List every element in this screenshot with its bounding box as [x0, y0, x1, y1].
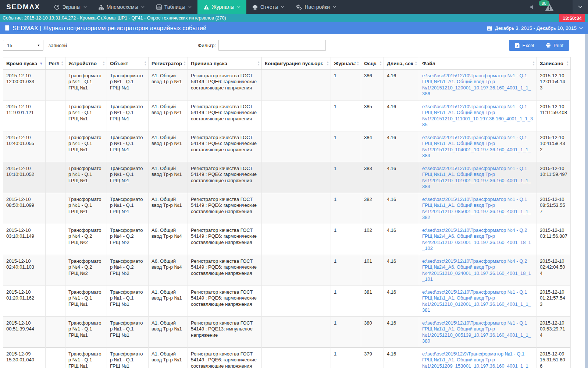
column-header[interactable]: Регистратор▲▼: [149, 57, 188, 70]
filter-input[interactable]: [218, 40, 326, 51]
cell-device: Трансформатор №1 - Q.1 ГРЩ №1: [65, 348, 107, 368]
cell-osc-number: 101: [361, 255, 384, 286]
cell-file: e:\sed\osc\2015\12\10\Трансформатор №1 -…: [419, 286, 537, 317]
column-header[interactable]: Устройство▲▼: [65, 57, 107, 70]
cell-length-sec: 4.16: [384, 224, 419, 255]
nav-item-label: Настройки: [304, 4, 330, 10]
nav-item-mnemoschemes[interactable]: Мнемосхемы: [93, 0, 150, 14]
table-row[interactable]: 2015-12-10 00:51:39.944 Трансформатор №1…: [3, 317, 571, 348]
print-button-label: Print: [553, 43, 563, 48]
chevron-down-icon: [578, 6, 582, 8]
cell-start-config: [262, 193, 331, 224]
cell-start-config: [262, 286, 331, 317]
print-button[interactable]: Print: [540, 40, 569, 51]
cell-object: Трансформатор №1 - Q.1 ГРЩ №1: [107, 131, 149, 162]
oscillogram-file-link[interactable]: e:\sed\osc\2015\12\10\Трансформатор №1 -…: [422, 289, 531, 313]
cell-start-reason: Регистратор качества ГОСТ 54149 : PQE6: …: [188, 100, 262, 131]
column-header[interactable]: Причина пуска▲▼: [188, 57, 262, 70]
sort-icon: ▲▼: [357, 61, 359, 66]
cell-object: Трансформатор №4 - Q.2 ГРЩ №2: [107, 224, 149, 255]
select-arrow-icon: ▼: [37, 44, 40, 47]
cell-device: Трансформатор №4 - Q.2 ГРЩ №2: [65, 255, 107, 286]
excel-button[interactable]: Excel: [509, 40, 540, 51]
dashboard-icon: [54, 4, 60, 10]
cell-journal-number: 1: [331, 100, 361, 131]
cell-object: Трансформатор №1 - Q.1 ГРЩ №1: [107, 286, 149, 317]
table-row[interactable]: 2015-12-10 03:10:01.149 Трансформатор №4…: [3, 224, 571, 255]
cell-device: Трансформатор №1 - Q.1 ГРЩ №1: [65, 286, 107, 317]
oscillogram-file-link[interactable]: e:\sed\osc\2015\12\10\Трансформатор №4 -…: [422, 258, 531, 282]
column-header[interactable]: Осц#▲▼: [361, 57, 384, 70]
cell-reg-number: [46, 100, 65, 131]
oscillogram-file-link[interactable]: e:\sed\osc\2015\12\10\Трансформатор №4 -…: [422, 227, 531, 251]
nav-item-screens[interactable]: Экраны: [48, 0, 93, 14]
cell-file: e:\sed\osc\2015\12\10\Трансформатор №1 -…: [419, 317, 537, 348]
cell-reg-number: [46, 255, 65, 286]
cell-registrar: А1. Общий ввод Тр-р №1: [149, 131, 188, 162]
oscillogram-file-link[interactable]: e:\sed\osc\2015\12\10\Трансформатор №1 -…: [422, 197, 531, 220]
column-header[interactable]: Рег#▲▼: [46, 57, 65, 70]
cell-object: Трансформатор №1 - Q.1 ГРЩ №1: [107, 317, 149, 348]
cell-start-time: 2015-12-10 01:20:01.162: [3, 286, 46, 317]
cell-journal-number: 1: [331, 348, 361, 368]
scrollbar-thumb[interactable]: [585, 34, 588, 368]
oscillogram-file-link[interactable]: e:\sed\osc\2015\12\10\Трансформатор №1 -…: [422, 135, 531, 159]
cell-journal-number: 1: [331, 131, 361, 162]
alarm-indicator[interactable]: 88: [545, 3, 554, 11]
column-header[interactable]: Конфигурация пуск.орг.▲▼: [262, 57, 331, 70]
cell-device: Трансформатор №1 - Q.1 ГРЩ №1: [65, 193, 107, 224]
cell-recorded-time: 2015-12-10 02:42:04.504: [537, 255, 571, 286]
table-row[interactable]: 2015-12-10 01:20:01.162 Трансформатор №1…: [3, 286, 571, 317]
table-row[interactable]: 2015-12-10 12:00:01.033 Трансформатор №1…: [3, 70, 571, 100]
page-title-bar: SEDMAX | Журнал осциллорамм регистраторо…: [0, 22, 588, 34]
gears-icon: [296, 4, 302, 10]
table-row[interactable]: 2015-12-09 15:30:01.040 Трансформатор №1…: [3, 348, 571, 368]
cell-file: e:\sed\osc\2015\12\9\Трансформатор №1 - …: [419, 348, 537, 368]
navbar-dropdown-toggle[interactable]: [573, 0, 588, 14]
column-header[interactable]: Длина, сек▲▼: [384, 57, 419, 70]
cell-start-time: 2015-12-10 10:40:01.055: [3, 131, 46, 162]
column-header[interactable]: Записано▲▼: [537, 57, 571, 70]
cell-start-time: 2015-12-10 00:51:39.944: [3, 317, 46, 348]
cell-start-config: [262, 162, 331, 193]
sort-icon: ▲▼: [61, 61, 64, 66]
oscillogram-file-link[interactable]: e:\sed\osc\2015\12\9\Трансформатор №1 - …: [422, 351, 531, 368]
event-text: Событие: 2015-12-10 13:31:04.272 - Кромк…: [3, 15, 226, 21]
table-row[interactable]: 2015-12-10 10:40:01.055 Трансформатор №1…: [3, 131, 571, 162]
oscillogram-file-link[interactable]: e:\sed\osc\2015\12\10\Трансформатор №1 -…: [422, 73, 531, 97]
cell-start-config: [262, 131, 331, 162]
nav-item-journals[interactable]: Журналы: [197, 0, 246, 14]
column-header[interactable]: Журнал#▲▼: [331, 57, 361, 70]
oscillogram-file-link[interactable]: e:\sed\osc\2015\12\10\Трансформатор №1 -…: [422, 166, 531, 190]
sort-desc-icon: ▼: [39, 61, 43, 66]
date-range-picker[interactable]: Декабрь 3, 2015 - Декабрь 10, 2015: [487, 25, 583, 31]
page-size-select[interactable]: 15 ▼: [3, 40, 43, 51]
nav-item-reports[interactable]: Отчеты: [246, 0, 290, 14]
cell-reg-number: [46, 224, 65, 255]
cell-length-sec: 4.16: [384, 193, 419, 224]
cell-start-reason: Регистратор качества ГОСТ 54149 : PQE6: …: [188, 70, 262, 100]
export-button-group: Excel Print: [509, 40, 569, 51]
table-row[interactable]: 2015-12-10 02:40:01.103 Трансформатор №4…: [3, 255, 571, 286]
cell-reg-number: [46, 70, 65, 100]
oscillogram-journal-table-wrap: Время пуска▼Рег#▲▼Устройство▲▼Объект▲▼Ре…: [3, 57, 588, 368]
table-controls: 15 ▼ записей Фильтр: Excel Print: [3, 40, 585, 51]
nav-item-tables[interactable]: Таблицы: [150, 0, 197, 14]
oscillogram-file-link[interactable]: e:\sed\osc\2015\12\10\Трансформатор №1 -…: [422, 320, 531, 344]
vertical-scrollbar[interactable]: [585, 34, 588, 368]
table-row[interactable]: 2015-12-10 10:10:01.052 Трансформатор №1…: [3, 162, 571, 193]
mute-speaker-icon[interactable]: [530, 4, 535, 10]
column-header[interactable]: Файл▲▼: [419, 57, 537, 70]
cell-start-reason: Регистратор качества ГОСТ 54149 : PQE6: …: [188, 255, 262, 286]
chevron-down-icon: [188, 6, 192, 8]
column-header[interactable]: Время пуска▼: [3, 57, 46, 70]
column-header[interactable]: Объект▲▼: [107, 57, 149, 70]
sort-icon: ▲▼: [257, 61, 260, 66]
brand-logo[interactable]: SEDMΛX: [0, 0, 48, 14]
cell-file: e:\sed\osc\2015\12\10\Трансформатор №1 -…: [419, 193, 537, 224]
oscillogram-file-link[interactable]: e:\sed\osc\2015\12\10\Трансформатор №1 -…: [422, 104, 533, 128]
nav-item-settings[interactable]: Настройки: [290, 0, 342, 14]
cell-reg-number: [46, 317, 65, 348]
table-row[interactable]: 2015-12-10 11:10:01.121 Трансформатор №1…: [3, 100, 571, 131]
table-row[interactable]: 2015-12-10 08:50:01.099 Трансформатор №1…: [3, 193, 571, 224]
